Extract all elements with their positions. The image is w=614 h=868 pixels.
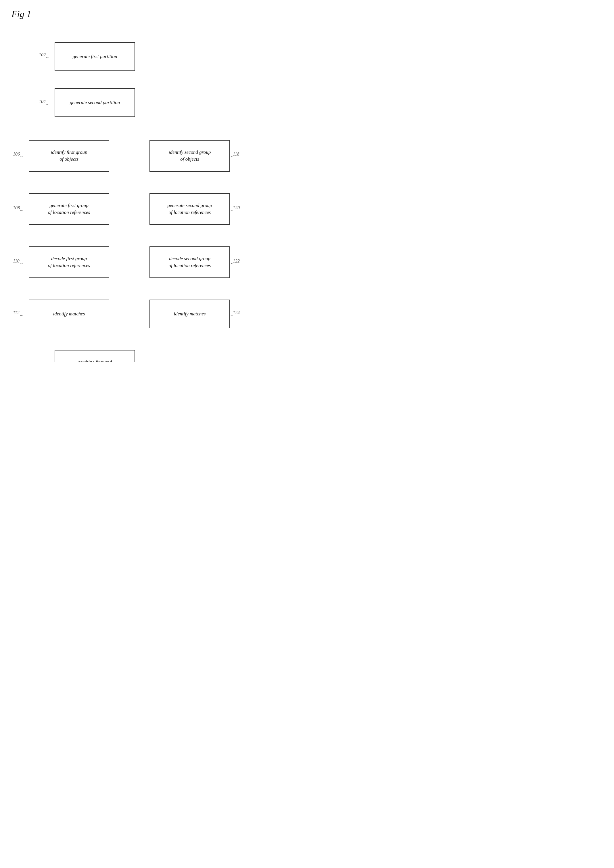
tilde-120: ~ <box>231 208 233 213</box>
box-108-label: generate first group of location referen… <box>48 202 90 216</box>
tilde-112: ~ <box>20 313 23 318</box>
box-106: identify first group of objects <box>29 140 109 172</box>
tilde-124: ~ <box>231 313 233 318</box>
step-112: 112 <box>13 310 20 315</box>
box-106-label: identify first group of objects <box>51 149 87 163</box>
box-120-label: generate second group of location refere… <box>167 202 212 216</box>
tilde-102: ~ <box>46 55 48 60</box>
box-122-label: decode second group of location referenc… <box>169 255 211 269</box>
tilde-108: ~ <box>20 208 23 213</box>
step-106: 106 <box>13 152 20 157</box>
step-114: 114 <box>39 362 45 362</box>
step-110: 110 <box>13 259 20 264</box>
box-120: generate second group of location refere… <box>149 193 230 225</box>
step-118: 118 <box>233 152 239 157</box>
box-122: decode second group of location referenc… <box>149 246 230 278</box>
box-124: identify matches <box>149 299 230 329</box>
box-102-label: generate first partition <box>73 53 117 60</box>
step-102: 102 <box>39 52 46 57</box>
box-118: identify second group of objects <box>149 140 230 172</box>
box-114: combine first and second partition <box>54 350 135 362</box>
box-118-label: identify second group of objects <box>169 149 211 163</box>
step-122: 122 <box>233 259 240 264</box>
box-102: generate first partition <box>54 42 135 71</box>
box-110: decode first group of location reference… <box>29 246 109 278</box>
tilde-118: ~ <box>231 154 233 160</box>
tilde-110: ~ <box>20 261 23 267</box>
box-104-label: generate second partition <box>70 99 120 106</box>
box-110-label: decode first group of location reference… <box>48 255 90 269</box>
box-124-label: identify matches <box>174 310 206 318</box>
box-108: generate first group of location referen… <box>29 193 109 225</box>
step-124: 124 <box>233 310 240 315</box>
box-104: generate second partition <box>54 88 135 117</box>
page-title: Fig 1 <box>11 9 247 19</box>
tilde-106: ~ <box>20 154 23 160</box>
step-108: 108 <box>13 205 20 211</box>
step-120: 120 <box>233 205 240 211</box>
box-112-label: identify matches <box>53 310 85 318</box>
tilde-104: ~ <box>46 102 48 107</box>
box-112: identify matches <box>29 299 109 329</box>
box-114-label: combine first and second partition <box>78 359 112 362</box>
step-104: 104 <box>39 99 46 104</box>
tilde-122: ~ <box>231 261 233 267</box>
